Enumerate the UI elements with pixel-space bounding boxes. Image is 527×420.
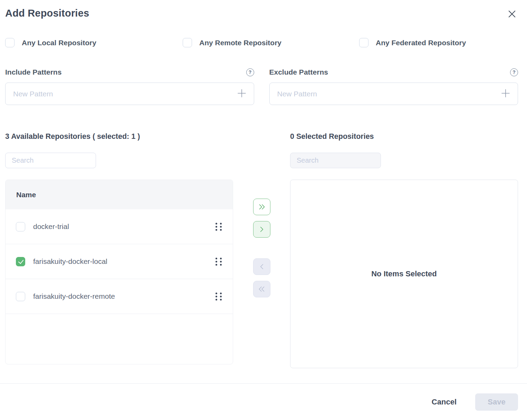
any-local-repository-checkbox[interactable] (5, 38, 15, 47)
include-pattern-field (5, 83, 254, 105)
table-row[interactable]: farisakuity-docker-remote (6, 279, 233, 314)
available-repositories-table: Name docker-trial farisakuity-docker-loc… (5, 180, 233, 364)
move-selected-left-button[interactable] (253, 258, 270, 275)
table-row[interactable]: farisakuity-docker-local (6, 244, 233, 279)
repository-type-checkbox-row: Any Local Repository Any Remote Reposito… (5, 38, 518, 47)
available-search-input[interactable] (5, 153, 96, 168)
transfer-buttons (233, 132, 290, 368)
repository-name: docker-trial (33, 222, 206, 231)
cancel-button[interactable]: Cancel (432, 398, 457, 407)
row-checkbox[interactable] (16, 222, 25, 231)
exclude-patterns-help-icon[interactable]: ? (510, 68, 518, 76)
chevron-left-icon (257, 262, 266, 271)
available-repositories-heading: 3 Available Repositories ( selected: 1 ) (5, 132, 233, 141)
chevron-right-icon (257, 225, 266, 234)
drag-handle-icon[interactable] (214, 256, 223, 267)
selected-repositories-panel: No Items Selected (290, 180, 518, 368)
selected-repositories-heading: 0 Selected Repositories (290, 132, 518, 141)
selected-search-input[interactable] (290, 153, 381, 168)
plus-icon (500, 88, 511, 99)
dialog-header: Add Repositories (0, 0, 527, 21)
table-header-name: Name (6, 180, 233, 209)
exclude-pattern-input[interactable] (277, 90, 501, 98)
repositories-transfer-section: 3 Available Repositories ( selected: 1 )… (5, 132, 518, 368)
add-repositories-dialog: Add Repositories Any Local Repository An… (0, 0, 527, 420)
any-remote-repository-checkbox[interactable] (183, 38, 192, 47)
add-exclude-pattern-button[interactable] (500, 88, 511, 99)
repository-name: farisakuity-docker-remote (33, 292, 206, 300)
no-items-selected-text: No Items Selected (371, 269, 437, 278)
add-include-pattern-button[interactable] (237, 88, 247, 99)
row-checkbox[interactable] (16, 257, 25, 266)
include-patterns-help-icon[interactable]: ? (246, 68, 254, 76)
double-chevron-left-icon (257, 285, 266, 294)
available-repositories-column: 3 Available Repositories ( selected: 1 )… (5, 132, 233, 368)
any-federated-repository-label: Any Federated Repository (376, 39, 466, 47)
move-selected-right-button[interactable] (253, 221, 270, 238)
double-chevron-right-icon (257, 202, 266, 211)
exclude-patterns-label: Exclude Patterns (269, 68, 328, 76)
save-button[interactable]: Save (475, 393, 518, 411)
any-local-repository-option[interactable]: Any Local Repository (5, 38, 183, 47)
include-patterns-label: Include Patterns (5, 68, 61, 76)
dialog-footer: Cancel Save (0, 383, 527, 420)
exclude-pattern-field (269, 83, 518, 105)
dialog-title: Add Repositories (5, 8, 89, 19)
drag-handle-icon[interactable] (214, 221, 223, 232)
row-checkbox[interactable] (16, 292, 25, 301)
selected-repositories-column: 0 Selected Repositories No Items Selecte… (290, 132, 518, 368)
move-all-left-button[interactable] (253, 281, 270, 297)
include-patterns-group: Include Patterns ? (5, 68, 254, 105)
any-federated-repository-checkbox[interactable] (359, 38, 368, 47)
drag-handle-icon[interactable] (214, 291, 223, 302)
any-local-repository-label: Any Local Repository (22, 39, 96, 47)
patterns-section: Include Patterns ? Exclude Patterns (5, 68, 518, 105)
exclude-patterns-group: Exclude Patterns ? (269, 68, 518, 105)
close-button[interactable] (506, 8, 518, 21)
any-federated-repository-option[interactable]: Any Federated Repository (359, 38, 518, 47)
table-row[interactable]: docker-trial (6, 209, 233, 244)
include-pattern-input[interactable] (13, 90, 237, 98)
any-remote-repository-label: Any Remote Repository (199, 39, 281, 47)
move-all-right-button[interactable] (253, 199, 270, 215)
plus-icon (237, 88, 247, 99)
any-remote-repository-option[interactable]: Any Remote Repository (183, 38, 359, 47)
repository-name: farisakuity-docker-local (33, 257, 206, 266)
close-icon (506, 8, 518, 21)
